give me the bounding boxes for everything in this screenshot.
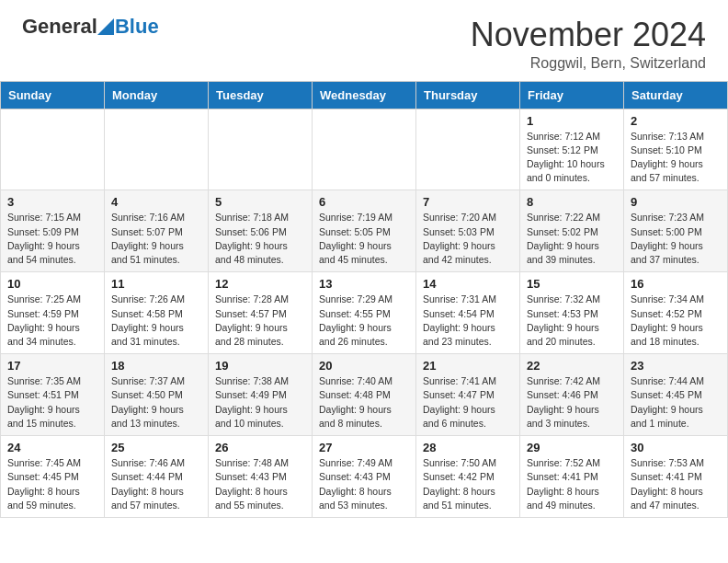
calendar-cell: 4Sunrise: 7:16 AM Sunset: 5:07 PM Daylig… [105, 190, 209, 272]
calendar-cell: 25Sunrise: 7:46 AM Sunset: 4:44 PM Dayli… [105, 436, 209, 518]
day-number: 30 [631, 441, 721, 454]
day-info: Sunrise: 7:52 AM Sunset: 4:41 PM Dayligh… [527, 456, 617, 512]
calendar-cell: 17Sunrise: 7:35 AM Sunset: 4:51 PM Dayli… [1, 354, 105, 436]
day-info: Sunrise: 7:19 AM Sunset: 5:05 PM Dayligh… [319, 211, 409, 267]
day-info: Sunrise: 7:23 AM Sunset: 5:00 PM Dayligh… [631, 211, 721, 267]
weekday-header-tuesday: Tuesday [209, 81, 313, 109]
day-info: Sunrise: 7:22 AM Sunset: 5:02 PM Dayligh… [527, 211, 617, 267]
month-title: November 2024 [471, 17, 706, 53]
day-number: 29 [527, 441, 617, 454]
calendar-cell: 20Sunrise: 7:40 AM Sunset: 4:48 PM Dayli… [313, 354, 416, 436]
day-number: 3 [7, 195, 97, 209]
day-number: 16 [631, 277, 721, 291]
day-info: Sunrise: 7:41 AM Sunset: 4:47 PM Dayligh… [423, 374, 513, 431]
calendar-cell: 28Sunrise: 7:50 AM Sunset: 4:42 PM Dayli… [416, 436, 520, 518]
calendar-cell: 26Sunrise: 7:48 AM Sunset: 4:43 PM Dayli… [209, 436, 313, 518]
weekday-header-sunday: Sunday [1, 81, 105, 109]
day-info: Sunrise: 7:25 AM Sunset: 4:59 PM Dayligh… [7, 293, 97, 349]
svg-marker-0 [97, 18, 114, 35]
day-number: 20 [319, 359, 409, 373]
day-info: Sunrise: 7:37 AM Sunset: 4:50 PM Dayligh… [111, 374, 201, 431]
calendar-cell: 6Sunrise: 7:19 AM Sunset: 5:05 PM Daylig… [313, 190, 416, 272]
logo-general-text: General [22, 17, 97, 37]
day-number: 21 [423, 359, 513, 373]
day-number: 5 [215, 195, 305, 209]
day-info: Sunrise: 7:28 AM Sunset: 4:57 PM Dayligh… [215, 293, 305, 349]
weekday-header-friday: Friday [520, 81, 624, 109]
day-info: Sunrise: 7:49 AM Sunset: 4:43 PM Dayligh… [319, 456, 409, 512]
day-info: Sunrise: 7:50 AM Sunset: 4:42 PM Dayligh… [423, 456, 513, 512]
day-number: 2 [631, 114, 721, 128]
calendar-cell: 12Sunrise: 7:28 AM Sunset: 4:57 PM Dayli… [209, 272, 313, 354]
calendar-table: SundayMondayTuesdayWednesdayThursdayFrid… [0, 81, 728, 518]
day-info: Sunrise: 7:18 AM Sunset: 5:06 PM Dayligh… [215, 211, 305, 267]
day-number: 26 [215, 441, 305, 454]
day-info: Sunrise: 7:26 AM Sunset: 4:58 PM Dayligh… [111, 293, 201, 349]
day-number: 27 [319, 441, 409, 454]
day-info: Sunrise: 7:29 AM Sunset: 4:55 PM Dayligh… [319, 293, 409, 349]
calendar-cell: 22Sunrise: 7:42 AM Sunset: 4:46 PM Dayli… [520, 354, 624, 436]
day-number: 1 [527, 114, 617, 128]
calendar-cell [313, 109, 416, 190]
calendar-cell [105, 109, 209, 190]
day-info: Sunrise: 7:46 AM Sunset: 4:44 PM Dayligh… [111, 456, 201, 512]
day-number: 9 [631, 195, 721, 209]
calendar-cell: 19Sunrise: 7:38 AM Sunset: 4:49 PM Dayli… [209, 354, 313, 436]
day-number: 7 [423, 195, 513, 209]
day-number: 19 [215, 359, 305, 373]
calendar-cell [416, 109, 520, 190]
calendar-header-row: SundayMondayTuesdayWednesdayThursdayFrid… [1, 81, 728, 109]
calendar-cell: 10Sunrise: 7:25 AM Sunset: 4:59 PM Dayli… [1, 272, 105, 354]
calendar-cell: 3Sunrise: 7:15 AM Sunset: 5:09 PM Daylig… [1, 190, 105, 272]
day-info: Sunrise: 7:38 AM Sunset: 4:49 PM Dayligh… [215, 374, 305, 431]
day-number: 28 [423, 441, 513, 454]
day-number: 23 [631, 359, 721, 373]
day-info: Sunrise: 7:35 AM Sunset: 4:51 PM Dayligh… [7, 374, 97, 431]
calendar-cell: 21Sunrise: 7:41 AM Sunset: 4:47 PM Dayli… [416, 354, 520, 436]
calendar-cell: 9Sunrise: 7:23 AM Sunset: 5:00 PM Daylig… [624, 190, 728, 272]
day-info: Sunrise: 7:42 AM Sunset: 4:46 PM Dayligh… [527, 374, 617, 431]
calendar-cell: 29Sunrise: 7:52 AM Sunset: 4:41 PM Dayli… [520, 436, 624, 518]
calendar-cell: 13Sunrise: 7:29 AM Sunset: 4:55 PM Dayli… [313, 272, 416, 354]
calendar-cell: 11Sunrise: 7:26 AM Sunset: 4:58 PM Dayli… [105, 272, 209, 354]
day-number: 24 [7, 441, 97, 454]
day-info: Sunrise: 7:34 AM Sunset: 4:52 PM Dayligh… [631, 293, 721, 349]
weekday-header-saturday: Saturday [624, 81, 728, 109]
day-number: 4 [111, 195, 201, 209]
calendar-cell: 1Sunrise: 7:12 AM Sunset: 5:12 PM Daylig… [520, 109, 624, 190]
calendar-cell: 14Sunrise: 7:31 AM Sunset: 4:54 PM Dayli… [416, 272, 520, 354]
page: General Blue November 2024 Roggwil, Bern… [0, 0, 728, 518]
calendar-week-3: 10Sunrise: 7:25 AM Sunset: 4:59 PM Dayli… [1, 272, 728, 354]
day-number: 8 [527, 195, 617, 209]
day-info: Sunrise: 7:15 AM Sunset: 5:09 PM Dayligh… [7, 211, 97, 267]
weekday-header-thursday: Thursday [416, 81, 520, 109]
day-number: 14 [423, 277, 513, 291]
day-number: 15 [527, 277, 617, 291]
calendar-cell: 2Sunrise: 7:13 AM Sunset: 5:10 PM Daylig… [624, 109, 728, 190]
calendar-week-4: 17Sunrise: 7:35 AM Sunset: 4:51 PM Dayli… [1, 354, 728, 436]
day-info: Sunrise: 7:32 AM Sunset: 4:53 PM Dayligh… [527, 293, 617, 349]
day-number: 25 [111, 441, 201, 454]
day-number: 18 [111, 359, 201, 373]
logo-triangle-icon [97, 18, 114, 35]
day-info: Sunrise: 7:13 AM Sunset: 5:10 PM Dayligh… [631, 130, 721, 186]
calendar-cell: 16Sunrise: 7:34 AM Sunset: 4:52 PM Dayli… [624, 272, 728, 354]
day-number: 22 [527, 359, 617, 373]
calendar-cell: 15Sunrise: 7:32 AM Sunset: 4:53 PM Dayli… [520, 272, 624, 354]
day-info: Sunrise: 7:12 AM Sunset: 5:12 PM Dayligh… [527, 130, 617, 186]
day-number: 12 [215, 277, 305, 291]
day-info: Sunrise: 7:40 AM Sunset: 4:48 PM Dayligh… [319, 374, 409, 431]
logo: General Blue [22, 17, 159, 37]
calendar-cell: 5Sunrise: 7:18 AM Sunset: 5:06 PM Daylig… [209, 190, 313, 272]
day-number: 11 [111, 277, 201, 291]
calendar-cell: 8Sunrise: 7:22 AM Sunset: 5:02 PM Daylig… [520, 190, 624, 272]
calendar-cell: 24Sunrise: 7:45 AM Sunset: 4:45 PM Dayli… [1, 436, 105, 518]
day-number: 13 [319, 277, 409, 291]
calendar-week-2: 3Sunrise: 7:15 AM Sunset: 5:09 PM Daylig… [1, 190, 728, 272]
calendar-cell [1, 109, 105, 190]
calendar-cell: 30Sunrise: 7:53 AM Sunset: 4:41 PM Dayli… [624, 436, 728, 518]
day-number: 10 [7, 277, 97, 291]
day-number: 17 [7, 359, 97, 373]
title-block: November 2024 Roggwil, Bern, Switzerland [471, 17, 706, 72]
day-info: Sunrise: 7:48 AM Sunset: 4:43 PM Dayligh… [215, 456, 305, 512]
